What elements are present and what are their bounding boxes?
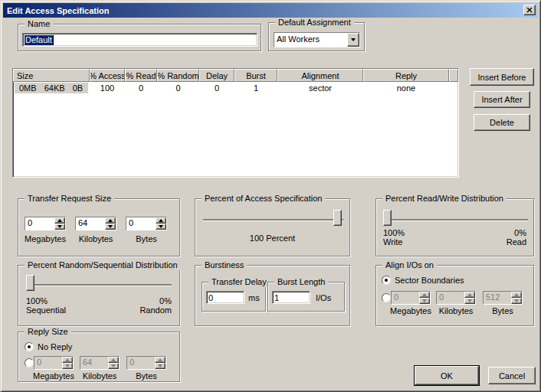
kilobytes-unit-label: Kilobytes <box>431 306 480 315</box>
cancel-button[interactable]: Cancel <box>488 367 536 384</box>
row-size-value: 0MB 64KB 0B <box>15 83 88 93</box>
no-reply-radio[interactable] <box>25 342 34 351</box>
spin-up-button <box>464 292 475 298</box>
transfer-request-size-group: Transfer Request Size 0 64 0 Megabytes K… <box>18 198 180 256</box>
name-group: Name Default <box>18 24 261 51</box>
column-header-access[interactable]: % Access <box>90 69 125 82</box>
burstiness-group: Burstiness Transfer Delay 0 ms Burst Len… <box>195 265 350 326</box>
row-delay-cell[interactable]: 0 <box>199 83 234 93</box>
spin-up-button <box>155 357 166 363</box>
access-spec-list[interactable]: Size % Access % Read % Random Delay Burs… <box>12 68 459 178</box>
reply-megabytes-spinner: 0 <box>34 356 74 370</box>
default-assignment-select[interactable]: All Workers <box>274 32 360 47</box>
spinner-buttons <box>54 217 65 230</box>
arrow-up-icon <box>422 293 427 296</box>
column-header-size[interactable]: Size <box>13 69 90 82</box>
row-alignment-cell[interactable]: sector <box>277 83 363 93</box>
row-read-cell[interactable]: 0 <box>125 83 157 93</box>
burstiness-label: Burstiness <box>202 260 247 270</box>
arrow-up-icon <box>65 358 70 361</box>
read-percent: 0% <box>514 228 526 237</box>
trs-bytes-spinner[interactable]: 0 <box>126 217 167 230</box>
spin-up-button[interactable] <box>105 217 116 224</box>
megabytes-unit-label: Megabytes <box>384 306 438 315</box>
insert-before-button[interactable]: Insert Before <box>470 68 534 86</box>
percent-access-slider-track[interactable] <box>203 219 343 220</box>
row-burst-cell[interactable]: 1 <box>234 83 277 93</box>
spinner-buttons <box>511 292 522 304</box>
no-reply-label: No Reply <box>38 342 72 351</box>
spin-down-button <box>62 363 73 369</box>
custom-alignment-radio[interactable] <box>382 293 391 302</box>
column-header-alignment[interactable]: Alignment <box>277 69 363 82</box>
arrow-down-icon <box>422 299 427 302</box>
write-label: Write <box>383 237 402 247</box>
row-random-cell[interactable]: 0 <box>157 83 199 93</box>
random-sequential-distribution-group: Percent Random/Sequential Distribution 1… <box>18 265 180 326</box>
spin-up-button <box>62 357 73 363</box>
random-sequential-slider-track[interactable] <box>26 284 172 286</box>
spinner-value: 512 <box>484 292 511 304</box>
chevron-down-icon <box>351 38 356 41</box>
row-size-cell[interactable]: 0MB 64KB 0B <box>13 83 90 93</box>
spin-down-button[interactable] <box>54 224 65 230</box>
sector-boundaries-radio[interactable] <box>382 276 391 285</box>
percent-access-slider-thumb[interactable] <box>333 210 342 226</box>
spin-up-button[interactable] <box>156 217 166 224</box>
spinner-value[interactable]: 0 <box>25 217 54 230</box>
bytes-unit-label: Bytes <box>480 306 525 315</box>
spin-down-button[interactable] <box>156 224 166 230</box>
column-header-filler <box>449 69 458 82</box>
spinner-value: 0 <box>392 292 419 304</box>
close-button[interactable] <box>523 5 536 15</box>
spinner-value[interactable]: 64 <box>76 217 105 230</box>
read-write-slider-track[interactable] <box>383 219 528 220</box>
row-reply-cell[interactable]: none <box>363 83 449 93</box>
insert-after-button[interactable]: Insert After <box>474 91 530 108</box>
title-bar[interactable]: Edit Access Specification <box>3 3 538 18</box>
spinner-buttons <box>105 217 116 230</box>
burst-length-input[interactable]: 1 <box>272 291 310 304</box>
spin-down-button <box>155 363 166 369</box>
ok-button[interactable]: OK <box>415 366 479 385</box>
spin-up-button <box>511 292 522 298</box>
column-header-burst[interactable]: Burst <box>234 69 277 82</box>
custom-reply-radio[interactable] <box>25 358 34 368</box>
dropdown-button[interactable] <box>347 33 359 47</box>
random-sequential-slider-thumb[interactable] <box>26 275 34 291</box>
spin-up-button[interactable] <box>54 217 65 224</box>
megabytes-unit-label: Megabytes <box>26 371 81 381</box>
default-assignment-label: Default Assignment <box>275 18 354 28</box>
transfer-delay-input[interactable]: 0 <box>206 291 244 304</box>
table-row[interactable]: 0MB 64KB 0B 100 0 0 0 1 sector none <box>13 82 458 94</box>
close-icon <box>526 8 533 13</box>
transfer-delay-group: Transfer Delay 0 ms <box>202 282 266 312</box>
column-header-random[interactable]: % Random <box>157 69 199 82</box>
trs-megabytes-spinner[interactable]: 0 <box>25 217 66 230</box>
bytes-unit-label: Bytes <box>120 234 173 243</box>
row-access-cell[interactable]: 100 <box>90 83 125 93</box>
percent-access-value: 100 Percent <box>195 234 349 243</box>
spinner-buttons <box>62 357 73 369</box>
trs-kilobytes-spinner[interactable]: 64 <box>75 217 116 230</box>
megabytes-unit-label: Megabytes <box>18 234 72 243</box>
arrow-down-icon <box>158 364 162 368</box>
transfer-delay-label: Transfer Delay <box>208 277 270 287</box>
column-header-delay[interactable]: Delay <box>199 69 234 82</box>
name-input[interactable]: Default <box>22 33 257 47</box>
align-ios-group: Align I/Os on Sector Boundaries 0 0 512 <box>375 265 534 326</box>
default-assignment-value: All Workers <box>274 33 347 47</box>
column-header-read[interactable]: % Read <box>125 69 157 82</box>
list-header: Size % Access % Read % Random Delay Burs… <box>13 69 458 82</box>
read-write-distribution-group: Percent Read/Write Distribution 100% Wri… <box>375 198 534 256</box>
write-percent: 100% <box>383 228 405 237</box>
arrow-up-icon <box>159 219 163 222</box>
spin-down-button[interactable] <box>105 224 116 230</box>
arrow-up-icon <box>108 219 113 222</box>
spinner-value[interactable]: 0 <box>126 217 156 230</box>
column-header-reply[interactable]: Reply <box>363 69 449 82</box>
spinner-value: 64 <box>80 357 108 369</box>
delete-button[interactable]: Delete <box>474 114 530 131</box>
edit-access-specification-dialog: Edit Access Specification Name Default D… <box>0 0 541 392</box>
read-write-slider-thumb[interactable] <box>383 210 392 226</box>
